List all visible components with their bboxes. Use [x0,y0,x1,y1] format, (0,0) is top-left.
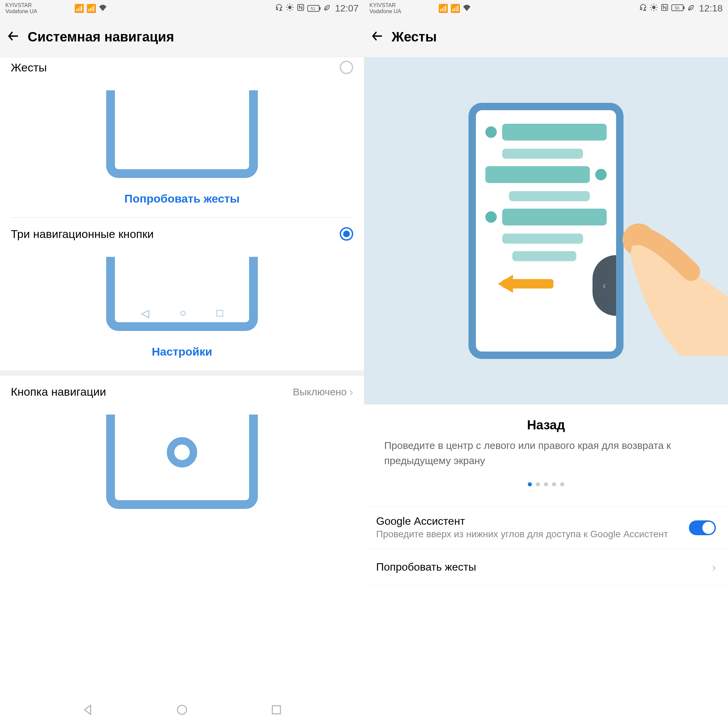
wifi-icon [98,4,107,13]
gesture-title: Назад [384,418,708,433]
app-bar: Жесты [364,17,728,57]
chevron-right-icon: › [712,560,716,574]
pager-dot-3[interactable] [544,482,548,486]
carrier-2: Vodafone UA [5,8,37,14]
option-nav-button[interactable]: Кнопка навигации Выключено › [0,376,364,408]
svg-point-5 [177,705,187,714]
home-nav-icon: ○ [180,307,186,320]
headset-icon [639,3,647,14]
headset-icon [275,3,283,14]
pager-dot-1[interactable] [528,482,532,486]
settings-link[interactable]: Настройки [0,334,364,370]
pager-dot-4[interactable] [552,482,556,486]
svg-text:51: 51 [311,6,315,11]
section-gap [0,370,364,376]
nfc-icon [661,3,669,14]
back-nav-icon: ◁ [141,307,149,320]
option-gestures-label: Жесты [11,61,47,74]
svg-rect-10 [684,6,685,9]
three-buttons-preview: ◁ ○ □ [106,257,258,331]
signal-icon-2: 📶 [450,4,460,13]
status-bar: KYIVSTAR Vodafone UA 📶 📶 51 [0,0,364,17]
carrier-2: Vodafone UA [369,8,401,14]
page-title: Жесты [392,29,437,44]
edge-swipe-indicator: ‹ [592,255,616,316]
app-bar: Системная навигация [0,17,364,57]
svg-point-7 [652,6,656,9]
try-gestures-row[interactable]: Попробовать жесты › [364,549,728,586]
nfc-icon [297,3,305,14]
chevron-right-icon: › [350,385,353,398]
nav-button-preview [106,414,258,509]
assistant-title: Google Ассистент [376,515,689,528]
try-gestures-label: Попробовать жесты [376,561,476,573]
svg-point-0 [288,6,292,9]
recents-nav-icon: □ [217,307,223,320]
option-three-buttons-label: Три навигационные кнопки [11,228,154,241]
system-navigation-bar [0,694,364,728]
gesture-illustration: ‹ [364,57,728,404]
screen-gestures: KYIVSTAR Vodafone UA 📶 📶 50 [364,0,728,728]
try-gestures-link[interactable]: Попробовать жесты [0,181,364,217]
back-button[interactable] [7,28,20,46]
home-system-icon[interactable] [176,703,188,719]
back-button[interactable] [371,28,384,46]
status-bar: KYIVSTAR Vodafone UA 📶 📶 50 [364,0,728,17]
page-title: Системная навигация [28,29,174,44]
back-system-icon[interactable] [81,703,94,719]
eye-comfort-icon [286,3,294,14]
radio-unchecked-icon[interactable] [340,61,353,74]
gestures-preview [106,90,258,178]
option-nav-button-value: Выключено [293,386,347,398]
battery-icon: 51 [307,5,321,12]
leaf-icon [324,4,330,13]
svg-rect-6 [272,706,280,714]
signal-icon: 📶 [438,4,448,13]
option-three-buttons[interactable]: Три навигационные кнопки [0,218,364,250]
gesture-description: Проведите в центр с левого или правого к… [384,438,708,468]
recents-system-icon[interactable] [270,703,283,719]
status-time: 12:07 [335,3,359,14]
single-circle-icon [167,437,197,468]
signal-icon-2: 📶 [86,4,96,13]
svg-rect-3 [320,7,321,10]
arrow-left-icon [496,272,554,297]
carrier-1: KYIVSTAR [369,2,401,8]
assistant-toggle[interactable] [689,520,716,535]
eye-comfort-icon [650,3,658,14]
leaf-icon [688,4,694,13]
assistant-description: Проведите вверх из нижних углов для дост… [376,528,689,541]
google-assistant-row: Google Ассистент Проведите вверх из нижн… [364,506,728,549]
pager-dot-2[interactable] [536,482,540,486]
svg-text:50: 50 [675,6,679,11]
wifi-icon [462,4,471,13]
option-nav-button-label: Кнопка навигации [11,385,106,398]
status-time: 12:18 [699,3,723,14]
pager-dot-5[interactable] [560,482,564,486]
hand-illustration [613,221,728,357]
signal-icon: 📶 [74,4,84,13]
pager-dots[interactable] [384,482,708,486]
radio-checked-icon[interactable] [340,227,353,241]
carrier-1: KYIVSTAR [5,2,37,8]
option-gestures[interactable]: Жесты [0,57,364,84]
screen-system-navigation: KYIVSTAR Vodafone UA 📶 📶 51 [0,0,364,728]
battery-icon: 50 [671,4,685,13]
